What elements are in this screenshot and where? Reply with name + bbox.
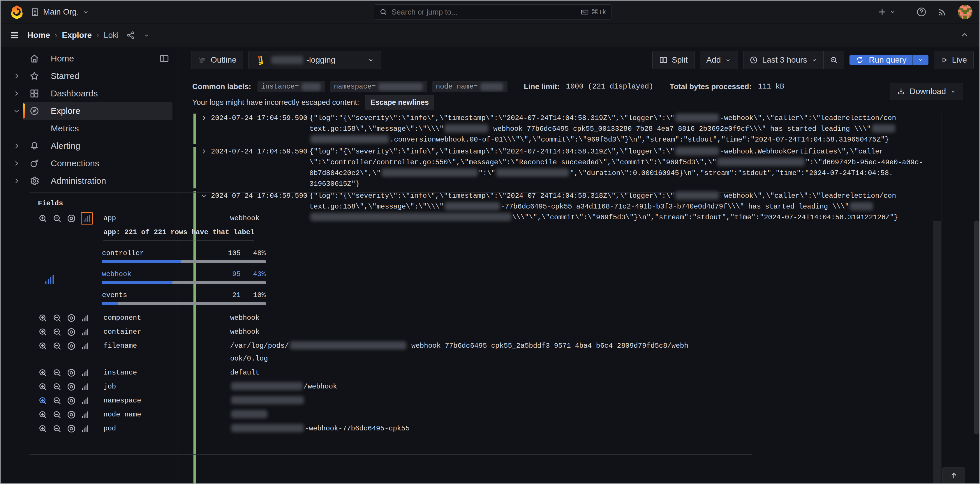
download-button[interactable]: Download [890, 83, 963, 100]
zoom-out-time-button[interactable] [824, 51, 844, 69]
help-button[interactable] [916, 6, 927, 17]
filter-for-value-button[interactable] [38, 368, 48, 378]
filter-out-value-button[interactable] [52, 313, 62, 323]
news-button[interactable] [937, 6, 948, 17]
field-name: filename [103, 340, 230, 352]
stat-row-events[interactable]: events2110% [102, 290, 266, 305]
visualize-toggle-button[interactable] [67, 410, 76, 420]
visualize-toggle-button[interactable] [67, 424, 76, 433]
visualize-toggle-button[interactable] [67, 327, 76, 337]
sidebar-item-connections[interactable]: Connections [1, 155, 177, 172]
log-row[interactable]: 2024-07-24 17:04:59.590{"log":"{\"severi… [191, 146, 940, 189]
visualize-toggle-button[interactable] [67, 368, 76, 378]
stats-button[interactable] [81, 424, 89, 433]
outline-button[interactable]: Outline [191, 51, 243, 69]
new-menu-button[interactable] [877, 7, 896, 17]
share-shortened-link-button[interactable] [126, 30, 135, 40]
visualize-toggle-button[interactable] [67, 313, 76, 323]
chevron-down-icon[interactable] [143, 32, 150, 39]
log-expand-icon[interactable] [200, 113, 211, 145]
filter-out-value-button[interactable] [52, 341, 62, 351]
filter-out-value-button[interactable] [52, 396, 62, 406]
global-search[interactable]: ⌘+k [374, 4, 611, 19]
filter-for-value-button[interactable] [38, 396, 48, 406]
visualize-toggle-button[interactable] [67, 213, 76, 223]
user-avatar[interactable] [958, 5, 972, 19]
stats-button[interactable] [81, 328, 89, 336]
visualize-toggle-button[interactable] [67, 341, 76, 351]
chevron-right-icon[interactable] [13, 160, 21, 167]
log-expand-icon[interactable] [200, 146, 211, 189]
mega-menu-toggle[interactable] [10, 30, 20, 40]
stats-button[interactable] [81, 368, 89, 377]
filter-out-value-button[interactable] [52, 382, 62, 392]
filter-out-value-button[interactable] [52, 424, 62, 433]
stats-button[interactable] [83, 214, 91, 223]
chevron-down-icon [811, 57, 818, 63]
breadcrumb-item-loki[interactable]: Loki [104, 30, 119, 40]
filter-out-value-button[interactable] [52, 368, 62, 378]
stats-button[interactable] [81, 410, 89, 419]
escape-newlines-button[interactable]: Escape newlines [365, 95, 434, 109]
stat-bar [102, 302, 266, 305]
visualize-toggle-button[interactable] [67, 382, 76, 392]
sidebar-item-metrics[interactable]: Metrics [1, 120, 177, 137]
live-button[interactable]: Live [934, 51, 974, 69]
breadcrumb-separator: › [55, 31, 57, 40]
datasource-name: -logging [307, 56, 336, 65]
collapse-pane-button[interactable] [959, 30, 969, 40]
chevron-right-icon[interactable] [13, 142, 21, 150]
search-input[interactable] [391, 8, 576, 17]
filter-for-value-button[interactable] [38, 341, 48, 351]
sidebar-item-dashboards[interactable]: Dashboards [1, 85, 177, 102]
breadcrumb-item-home[interactable]: Home [27, 30, 50, 40]
redacted-value [302, 83, 321, 90]
stats-button[interactable] [81, 382, 89, 391]
filter-for-value-button[interactable] [38, 382, 48, 392]
sidebar-item-administration[interactable]: Administration [1, 172, 177, 190]
visualize-toggle-button[interactable] [67, 396, 76, 406]
stat-row-webhook[interactable]: webhook9543% [102, 270, 266, 284]
stat-label: controller [102, 249, 144, 258]
sidebar-item-home[interactable]: Home [1, 50, 177, 67]
chevron-right-icon[interactable] [13, 90, 21, 97]
logs-scrollbar[interactable] [933, 221, 941, 483]
scroll-to-top-button[interactable] [942, 467, 965, 484]
chevron-right-icon [200, 114, 207, 121]
filter-for-value-button[interactable] [38, 213, 48, 223]
stats-button[interactable] [81, 341, 89, 350]
bar-chart-icon [81, 314, 89, 322]
run-query-button[interactable]: Run query [850, 56, 928, 65]
filter-for-value-button[interactable] [38, 424, 48, 433]
run-query-options[interactable] [912, 56, 928, 65]
chevron-right-icon[interactable] [13, 177, 21, 185]
chevron-right-icon[interactable] [13, 72, 21, 80]
time-range-picker[interactable]: Last 3 hours [743, 51, 823, 69]
log-row[interactable]: 2024-07-24 17:04:59.590{"log":"{\"severi… [191, 113, 940, 145]
sidebar-item-alerting[interactable]: Alerting [1, 137, 177, 155]
outline-label: Outline [211, 56, 237, 65]
zoom-out-icon [52, 410, 62, 420]
stats-button[interactable] [81, 314, 89, 322]
page-scrollbar[interactable] [974, 221, 979, 435]
filter-out-value-button[interactable] [52, 213, 62, 223]
filter-out-value-button[interactable] [52, 327, 62, 337]
sidebar-item-starred[interactable]: Starred [1, 67, 177, 85]
filter-for-value-button[interactable] [38, 313, 48, 323]
filter-for-value-button[interactable] [38, 410, 48, 420]
sidebar-item-explore[interactable]: Explore [23, 102, 172, 120]
org-switcher[interactable]: Main Org. [30, 7, 89, 17]
stats-button[interactable] [81, 396, 89, 405]
filter-for-value-button[interactable] [38, 327, 48, 337]
breadcrumb-item-explore[interactable]: Explore [62, 30, 92, 40]
chevron-down-icon[interactable] [13, 107, 21, 115]
datasource-picker[interactable]: -logging [248, 51, 381, 69]
grafana-logo[interactable] [10, 4, 24, 19]
filter-out-value-button[interactable] [52, 410, 62, 420]
add-button[interactable]: Add [700, 51, 738, 69]
field-value-stats: controller10548%webhook9543%events2110% [102, 249, 266, 305]
line-limit-label: Line limit: [524, 82, 560, 91]
stat-row-controller[interactable]: controller10548% [102, 249, 266, 263]
split-button[interactable]: Split [652, 51, 694, 69]
zoom-in-icon [38, 213, 48, 223]
